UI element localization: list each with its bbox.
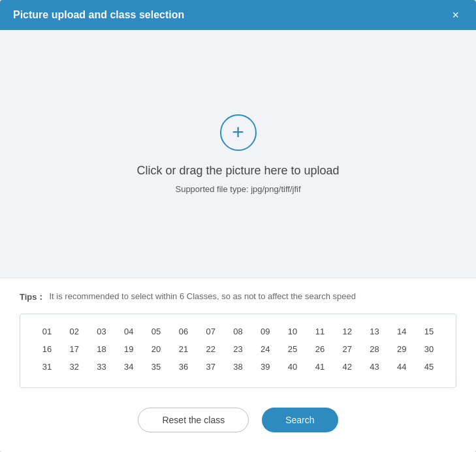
class-item[interactable]: 40 [279,360,306,374]
class-item[interactable]: 30 [415,342,443,356]
upload-main-text: Click or drag the picture here to upload [136,164,339,178]
class-item[interactable]: 15 [415,325,443,338]
tips-label: Tips： [20,291,46,303]
class-item[interactable]: 33 [88,360,116,374]
dialog-title: Picture upload and class selection [13,9,184,21]
upload-subtext: Supported file type: jpg/png/tiff/jfif [175,184,300,194]
upload-icon-circle: + [220,114,257,151]
upload-plus-icon: + [232,121,244,142]
button-row: Reset the class Search [20,408,456,432]
class-item[interactable]: 17 [61,342,88,356]
class-item[interactable]: 12 [334,325,361,338]
class-item[interactable]: 21 [170,342,197,356]
class-item[interactable]: 13 [361,325,389,338]
class-item[interactable]: 25 [279,342,306,356]
class-item[interactable]: 23 [225,342,252,356]
class-item[interactable]: 02 [61,325,88,338]
class-item[interactable]: 31 [33,360,61,374]
class-item[interactable]: 07 [197,325,225,338]
class-item[interactable]: 14 [388,325,415,338]
class-item[interactable]: 18 [88,342,116,356]
class-item[interactable]: 38 [225,360,252,374]
class-item[interactable]: 35 [142,360,170,374]
class-item[interactable]: 16 [33,342,61,356]
class-item[interactable]: 01 [33,325,61,338]
class-item[interactable]: 36 [170,360,197,374]
dialog-header: Picture upload and class selection × [0,0,476,30]
class-item[interactable]: 24 [251,342,279,356]
class-grid: 0102030405060708091011121314151617181920… [33,325,443,374]
class-item[interactable]: 22 [197,342,225,356]
class-item[interactable]: 06 [170,325,197,338]
class-item[interactable]: 11 [306,325,334,338]
bottom-section: Tips： It is recommended to select within… [0,278,476,452]
class-item[interactable]: 10 [279,325,306,338]
class-item[interactable]: 04 [115,325,142,338]
class-item[interactable]: 32 [61,360,88,374]
upload-sub-value: jpg/png/tiff/jfif [251,184,300,194]
class-item[interactable]: 37 [197,360,225,374]
class-item[interactable]: 27 [334,342,361,356]
class-item[interactable]: 26 [306,342,334,356]
reset-button[interactable]: Reset the class [138,408,249,432]
class-item[interactable]: 28 [361,342,389,356]
tips-text: It is recommended to select within 6 Cla… [50,291,356,301]
class-item[interactable]: 20 [142,342,170,356]
upload-area[interactable]: + Click or drag the picture here to uplo… [0,30,476,278]
class-item[interactable]: 34 [115,360,142,374]
dialog: Picture upload and class selection × + C… [0,0,476,452]
class-item[interactable]: 08 [225,325,252,338]
search-button[interactable]: Search [262,408,338,432]
class-item[interactable]: 29 [388,342,415,356]
class-item[interactable]: 45 [415,360,443,374]
close-button[interactable]: × [448,8,463,22]
class-item[interactable]: 09 [251,325,279,338]
class-item[interactable]: 39 [251,360,279,374]
class-item[interactable]: 43 [361,360,389,374]
class-item[interactable]: 42 [334,360,361,374]
class-grid-container: 0102030405060708091011121314151617181920… [20,314,456,388]
class-item[interactable]: 05 [142,325,170,338]
class-item[interactable]: 44 [388,360,415,374]
tips-row: Tips： It is recommended to select within… [20,291,456,303]
class-item[interactable]: 03 [88,325,116,338]
upload-sub-label: Supported file type: [175,184,251,194]
class-item[interactable]: 19 [115,342,142,356]
class-item[interactable]: 41 [306,360,334,374]
